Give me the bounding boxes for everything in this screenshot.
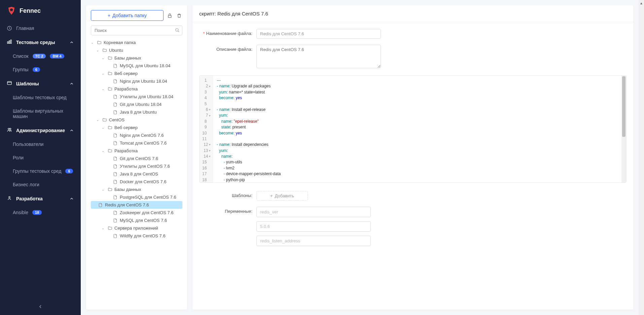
file-tree: ⌄Корневая папка⌄Ubuntu⌄Базы данныхMySQL … [86, 39, 187, 310]
file-icon [98, 203, 103, 207]
tree-file[interactable]: PostgreSQL для CentOS 7.6 [91, 193, 182, 201]
add-template-button[interactable]: +Добавить [256, 191, 308, 201]
tree-folder[interactable]: ⌄Разработка [91, 85, 182, 93]
tree-file[interactable]: MySQL для CentOS 7.6 [91, 216, 182, 224]
folder-icon [102, 118, 107, 122]
tree-folder[interactable]: ⌄Разработка [91, 147, 182, 155]
tree-folder[interactable]: ⌄Сервера приложений [91, 224, 182, 232]
caret-icon: ⌄ [102, 87, 106, 91]
file-icon [113, 156, 118, 161]
tree-file[interactable]: Nginx для CentOS 7.6 [91, 131, 182, 139]
tree-panel: + Добавить папку ⌄Корневая папка⌄Ubuntu⌄… [86, 5, 187, 310]
nav-item[interactable]: Роли [0, 151, 81, 164]
count-badge: ВМ 4 [50, 54, 64, 58]
plus-icon: + [270, 193, 273, 198]
svg-rect-8 [168, 15, 171, 17]
delete-icon[interactable] [176, 12, 182, 19]
description-input[interactable] [256, 45, 381, 68]
tree-folder[interactable]: ⌄Веб сервер [91, 124, 182, 131]
filename-label: *Наименование файла: [199, 29, 256, 36]
chevron-up-icon [69, 40, 74, 45]
variable-input[interactable] [256, 207, 371, 217]
tree-folder[interactable]: ⌄Веб сервер [91, 70, 182, 77]
add-folder-button[interactable]: + Добавить папку [91, 10, 164, 21]
tree-file[interactable]: Wildfly для CentOS 7.6 [91, 232, 182, 240]
filename-input[interactable] [256, 29, 381, 39]
nav-section[interactable]: Шаблоны [0, 76, 81, 91]
folder-icon [97, 40, 102, 45]
tree-file[interactable]: Git для Ubuntu 18.04 [91, 101, 182, 108]
tree-file[interactable]: Java 8 для Ubuntu [91, 108, 182, 116]
file-icon [113, 210, 118, 215]
tree-file[interactable]: Zookeeper для CentOS 7.6 [91, 209, 182, 216]
nav-item[interactable]: Список ТС 2 ВМ 4 [0, 49, 81, 63]
svg-point-5 [8, 128, 9, 129]
nav-section[interactable]: Разработка [0, 191, 81, 206]
sidebar-collapse[interactable] [0, 299, 81, 315]
nav-item[interactable]: Шаблоны тестовых сред [0, 91, 81, 104]
tree-folder[interactable]: ⌄CentOS [91, 116, 182, 124]
nav-item[interactable]: Группы 6 [0, 63, 81, 76]
search-icon [175, 28, 180, 34]
clock-icon [7, 26, 12, 31]
scroll-up-icon[interactable]: ▲ [639, 1, 644, 6]
chevron-up-icon [69, 196, 74, 201]
file-icon [113, 94, 118, 99]
variable-input[interactable] [256, 236, 371, 246]
section-icon [7, 39, 12, 45]
tree-file[interactable]: Git для CentOS 7.6 [91, 155, 182, 162]
folder-icon [108, 125, 112, 130]
tree-folder[interactable]: ⌄Ubuntu [91, 46, 182, 54]
file-icon [113, 141, 118, 146]
nav-section[interactable]: Администрирование [0, 123, 81, 137]
count-badge: ТС 2 [33, 54, 46, 58]
tree-folder[interactable]: ⌄Базы данных [91, 54, 182, 62]
tree-file[interactable]: Java 8 для CentOS [91, 170, 182, 178]
nav-item[interactable]: Шаблоны виртуальных машин [0, 104, 81, 123]
folder-icon [102, 48, 107, 53]
chevron-up-icon [69, 81, 74, 86]
nav-item[interactable]: Пользователи [0, 137, 81, 151]
app-logo[interactable]: Fennec [0, 0, 81, 22]
folder-icon [108, 87, 112, 91]
file-icon [113, 110, 118, 115]
count-badge: 6 [33, 67, 40, 72]
nav-item[interactable]: Группы тестовых сред 6 [0, 164, 81, 178]
tree-file[interactable]: Tomcat для CentOS 7.6 [91, 139, 182, 147]
tree-file[interactable]: Утилиты для Ubuntu 18.04 [91, 93, 182, 101]
content-title: скрипт: Redis для CentOS 7.6 [192, 5, 633, 22]
main: + Добавить папку ⌄Корневая папка⌄Ubuntu⌄… [81, 0, 639, 315]
editor-scrollbar[interactable] [621, 76, 626, 183]
chevron-up-icon [69, 128, 74, 133]
caret-icon: ⌄ [102, 188, 106, 191]
file-icon [113, 164, 118, 169]
variable-input[interactable] [256, 221, 371, 232]
folder-icon [108, 149, 112, 153]
page-scrollbar[interactable]: ▲ [639, 0, 644, 315]
tree-file[interactable]: Redis для CentOS 7.6 [91, 201, 182, 209]
templates-label: Шаблоны: [199, 191, 256, 198]
code-editor[interactable]: 12▾3456▾7▾89101112▾13▾14▾151617181920212… [199, 75, 627, 183]
tree-file[interactable]: Утилиты для CentOS 7.6 [91, 162, 182, 170]
description-label: Описание файла: [199, 45, 256, 52]
section-icon [7, 195, 12, 202]
folder-icon [108, 71, 112, 76]
tree-file[interactable]: MySQL для Ubuntu 18.04 [91, 62, 182, 70]
sidebar: Fennec Главная Тестовые средыСписок ТС 2… [0, 0, 81, 315]
file-icon [113, 218, 118, 223]
chevron-left-icon [38, 304, 43, 309]
nav-section[interactable]: Тестовые среды [0, 35, 81, 49]
nav-home[interactable]: Главная [0, 22, 81, 35]
file-icon [113, 102, 118, 107]
tree-file[interactable]: Nginx для Ubuntu 18.04 [91, 77, 182, 85]
tree-folder[interactable]: ⌄Базы данных [91, 186, 182, 193]
tree-file[interactable]: Docker для CentOS 7.6 [91, 178, 182, 186]
lock-icon[interactable] [166, 12, 173, 19]
svg-point-7 [9, 196, 10, 198]
caret-icon: ⌄ [102, 126, 106, 129]
fennec-logo-icon [7, 6, 16, 15]
tree-folder[interactable]: ⌄Корневая папка [91, 39, 182, 46]
tree-search-input[interactable] [91, 26, 182, 35]
nav-item[interactable]: Бизнес логи [0, 178, 81, 191]
nav-item[interactable]: Ansible 18 [0, 206, 81, 219]
